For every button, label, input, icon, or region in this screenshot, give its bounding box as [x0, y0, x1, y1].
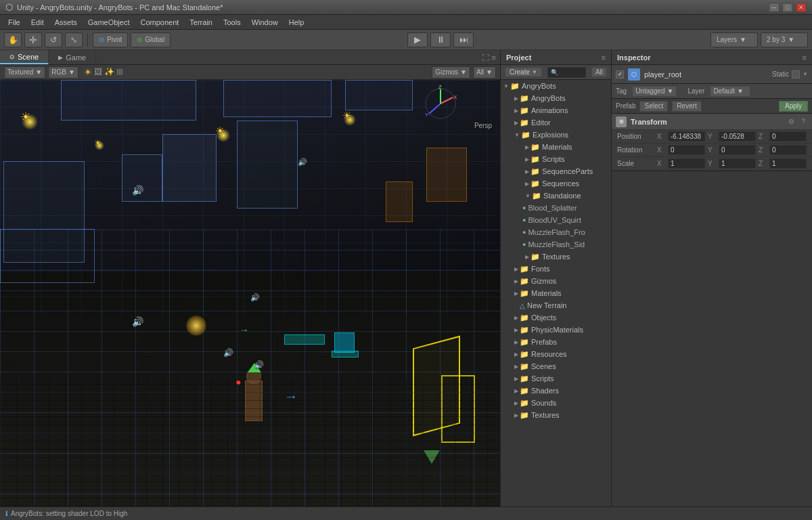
expand-icon: ▶	[514, 266, 518, 272]
layers-dropdown[interactable]: Layers ▼	[710, 32, 758, 47]
tree-item-explosions[interactable]: ▼ 📁 Explosions	[501, 129, 611, 141]
wire-box-1	[162, 134, 217, 202]
layer-dropdown[interactable]: Default ▼	[710, 86, 750, 97]
menu-icon[interactable]: ≡	[492, 53, 496, 62]
pos-y-input[interactable]	[719, 131, 756, 142]
tree-item-prefabs[interactable]: ▶ 📁 Prefabs	[501, 336, 611, 348]
color-mode-dropdown[interactable]: RGB ▼	[48, 66, 78, 79]
tree-label: Scripts	[531, 374, 554, 383]
menu-help[interactable]: Help	[284, 17, 310, 28]
toolbar: ✋ ✛ ↺ ⤡ ⊙ Pivot ⊕ Global ▶ ⏸ ⏭ Layers ▼ …	[0, 30, 812, 50]
tree-item-standalone[interactable]: ▼ 📁 Standalone	[501, 190, 611, 202]
menu-edit[interactable]: Edit	[26, 17, 49, 28]
tag-dropdown[interactable]: Untagged ▼	[632, 86, 677, 97]
tree-item-materials2[interactable]: ▶ 📁 Materials	[501, 287, 611, 299]
scene-viewport[interactable]: ☀ ☀ ☀ ☀	[0, 80, 500, 506]
play-button[interactable]: ▶	[407, 32, 428, 47]
static-dropdown-icon[interactable]: ▼	[803, 71, 808, 77]
tree-item-fonts[interactable]: ▶ 📁 Fonts	[501, 263, 611, 275]
inspector-menu-icon[interactable]: ≡	[803, 53, 807, 62]
tree-label: Explosions	[533, 131, 568, 139]
menu-window[interactable]: Window	[246, 17, 284, 28]
tree-item-textures2[interactable]: ▶ 📁 Textures	[501, 409, 611, 421]
move-tool-button[interactable]: ✛	[24, 32, 42, 47]
rot-x-input[interactable]	[668, 145, 705, 155]
tree-item-blooduv-squirt[interactable]: ● BloodUV_Squirt	[501, 214, 611, 226]
tree-item-angrybots2[interactable]: ▶ 📁 AngryBots	[501, 92, 611, 104]
gizmos-dropdown[interactable]: Gizmos ▼	[432, 66, 470, 79]
tree-item-blood-splatter[interactable]: ● Blood_Splatter	[501, 202, 611, 214]
tree-item-newterrain[interactable]: ▶ △ New Terrain	[501, 299, 611, 311]
audio-icon-5: 🔊	[250, 293, 260, 302]
minimize-button[interactable]: ─	[769, 3, 780, 12]
scale-z-input[interactable]	[769, 158, 807, 169]
tree-item-materials[interactable]: ▶ 📁 Materials	[501, 141, 611, 153]
menu-gameobject[interactable]: GameObject	[83, 17, 135, 28]
pivot-toggle[interactable]: ⊙ Pivot	[93, 32, 128, 47]
layer-label: Layer	[687, 87, 704, 95]
folder-icon: 📁	[520, 350, 529, 359]
maximize-button[interactable]: □	[782, 3, 793, 12]
component-help-icon[interactable]: ?	[798, 117, 808, 127]
tree-item-animations[interactable]: ▶ 📁 Animations	[501, 104, 611, 116]
pos-z-input[interactable]	[769, 131, 807, 142]
all-dropdown[interactable]: All ▼	[473, 66, 496, 79]
global-toggle[interactable]: ⊕ Global	[131, 32, 171, 47]
folder-icon: 📁	[531, 179, 540, 188]
maximize-icon[interactable]: ⛶	[482, 53, 489, 62]
inspector-tag-layer: Tag Untagged ▼ Layer Default ▼	[612, 84, 812, 99]
view-mode-dropdown[interactable]: Textured ▼	[4, 66, 45, 79]
tree-label: Shaders	[531, 387, 559, 395]
tree-item-sequenceparts[interactable]: ▶ 📁 SequenceParts	[501, 165, 611, 177]
tree-item-muzzleflash-sid[interactable]: ● MuzzleFlash_Sid	[501, 238, 611, 251]
rot-y-input[interactable]	[719, 145, 756, 155]
menu-terrain[interactable]: Terrain	[184, 17, 218, 28]
tree-item-gizmos[interactable]: ▶ 📁 Gizmos	[501, 275, 611, 287]
layout-dropdown[interactable]: 2 by 3 ▼	[761, 32, 808, 47]
create-button[interactable]: Create ▼	[505, 67, 542, 77]
tree-item-objects[interactable]: ▶ 📁 Objects	[501, 311, 611, 324]
menu-tools[interactable]: Tools	[218, 17, 246, 28]
tab-game[interactable]: ▶ Game	[49, 50, 96, 64]
pos-x-input[interactable]	[668, 131, 705, 142]
select-button[interactable]: Select	[639, 101, 668, 112]
tree-item-sequences[interactable]: ▶ 📁 Sequences	[501, 177, 611, 190]
component-settings-icon[interactable]: ⚙	[786, 117, 796, 127]
project-menu-icon[interactable]: ≡	[602, 53, 606, 62]
tree-item-editor[interactable]: ▶ 📁 Editor	[501, 116, 611, 129]
apply-button[interactable]: Apply	[779, 101, 808, 112]
hand-tool-button[interactable]: ✋	[4, 32, 22, 47]
tree-item-resources[interactable]: ▶ 📁 Resources	[501, 348, 611, 360]
static-checkbox[interactable]	[792, 70, 800, 79]
svg-line-2	[429, 104, 441, 114]
scale-tool-button[interactable]: ⤡	[65, 32, 83, 47]
menu-file[interactable]: File	[3, 17, 26, 28]
step-button[interactable]: ⏭	[453, 32, 474, 47]
project-search-box[interactable]: 🔍	[547, 67, 586, 78]
scale-x-input[interactable]	[668, 158, 705, 169]
transform-label: Transform	[631, 118, 782, 126]
tree-item-angrybots[interactable]: ▼ 📁 AngryBots	[501, 80, 611, 92]
tree-item-scripts2[interactable]: ▶ 📁 Scripts	[501, 372, 611, 385]
tree-item-sounds[interactable]: ▶ 📁 Sounds	[501, 397, 611, 409]
close-button[interactable]: ✕	[796, 3, 807, 12]
object-active-checkbox[interactable]	[616, 70, 624, 79]
statusbar: ℹ AngryBots: setting shader LOD to High	[0, 506, 812, 520]
transform-component-header[interactable]: ⊞ Transform ⚙ ?	[612, 114, 812, 130]
tab-scene[interactable]: ⊙ Scene	[0, 50, 49, 64]
menu-assets[interactable]: Assets	[49, 17, 83, 28]
tree-item-physicmaterials[interactable]: ▶ 📁 PhysicMaterials	[501, 324, 611, 336]
tree-item-scenes[interactable]: ▶ 📁 Scenes	[501, 360, 611, 372]
tree-item-shaders[interactable]: ▶ 📁 Shaders	[501, 385, 611, 397]
rotation-row: Rotation X Y Z	[612, 144, 812, 157]
tree-item-textures-exp[interactable]: ▶ 📁 Textures	[501, 251, 611, 263]
scale-y-input[interactable]	[719, 158, 756, 169]
revert-button[interactable]: Revert	[672, 101, 701, 112]
rotate-tool-button[interactable]: ↺	[45, 32, 62, 47]
menu-component[interactable]: Component	[135, 17, 184, 28]
all-filter-button[interactable]: All	[591, 67, 607, 77]
rot-z-input[interactable]	[769, 145, 807, 155]
tree-item-muzzleflash-fro[interactable]: ● MuzzleFlash_Fro	[501, 226, 611, 238]
pause-button[interactable]: ⏸	[430, 32, 451, 47]
tree-item-scripts[interactable]: ▶ 📁 Scripts	[501, 153, 611, 165]
